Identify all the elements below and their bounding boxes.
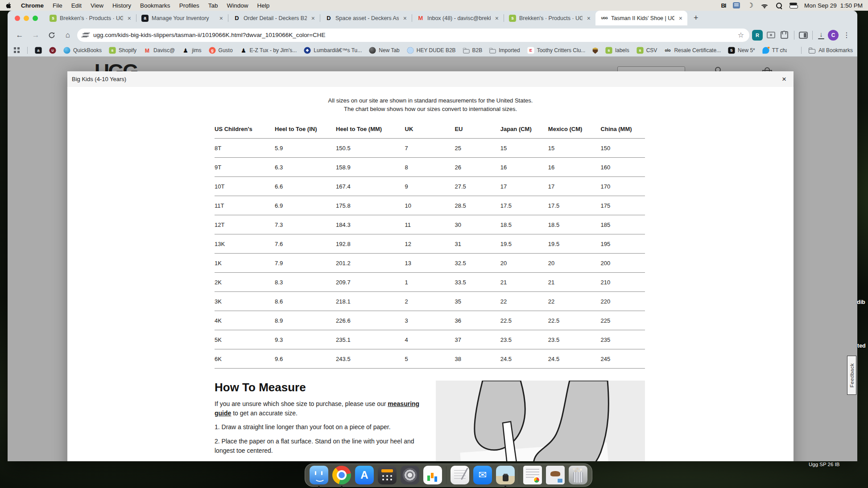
chrome-icon[interactable] — [332, 466, 351, 484]
bookmark-item[interactable]: Resale Certificate... — [664, 47, 721, 54]
menu-item-view[interactable]: View — [86, 2, 108, 9]
tab-close-icon[interactable]: × — [586, 15, 592, 22]
trash-icon[interactable] — [569, 466, 587, 484]
tab[interactable]: Inbox (48) - davisc@brekken× — [412, 11, 504, 25]
textedit-icon[interactable] — [451, 466, 469, 484]
menu-item-window[interactable]: Window — [222, 2, 252, 9]
back-button[interactable]: ← — [13, 29, 26, 42]
apps-grid-icon[interactable] — [14, 47, 20, 53]
extension-r-icon[interactable]: R — [752, 30, 763, 41]
bookmark-item[interactable]: Toothy Critters Clu... — [527, 47, 586, 54]
profile-avatar[interactable]: C — [828, 30, 839, 41]
numbers-icon[interactable] — [423, 466, 442, 484]
menu-item-tab[interactable]: Tab — [204, 2, 223, 9]
bookmark-item[interactable]: TT chat — [762, 47, 787, 54]
appstore-icon[interactable] — [355, 466, 374, 484]
settings-icon[interactable] — [401, 466, 419, 484]
bookmark-item[interactable]: Lumbardiâ€™s Tu... — [304, 47, 362, 54]
tab-close-icon[interactable]: × — [218, 15, 224, 22]
table-cell: 192.8 — [336, 234, 405, 254]
tab[interactable]: Manage Your Inventory× — [136, 11, 228, 25]
menu-item-help[interactable]: Help — [252, 2, 274, 9]
tab-close-icon[interactable]: × — [126, 15, 132, 22]
new-tab-button[interactable]: + — [687, 12, 705, 24]
bookmark-item[interactable]: B2B — [463, 47, 483, 53]
table-cell: 15 — [500, 139, 548, 158]
bookmark-label: CSV — [646, 47, 657, 53]
minimized-photo-icon[interactable] — [546, 466, 565, 484]
home-button[interactable]: ⌂ — [61, 29, 74, 42]
tab-close-icon[interactable]: × — [402, 15, 408, 22]
spotlight-search-icon[interactable] — [776, 2, 782, 9]
all-bookmarks-button[interactable]: All Bookmarks — [809, 47, 853, 53]
reload-button[interactable] — [45, 29, 58, 42]
preview-icon[interactable] — [496, 466, 515, 484]
menu-item-chrome[interactable]: Chrome — [17, 2, 48, 9]
bookmark-item[interactable]: New Tab — [369, 47, 399, 54]
tab-close-icon[interactable]: × — [310, 15, 316, 22]
menu-clock[interactable]: Mon Sep 29 1:50 PM — [804, 2, 863, 9]
minimize-window-button[interactable] — [24, 16, 29, 21]
tab[interactable]: Brekken's · Products · UGG®× — [504, 11, 595, 25]
bookmark-item[interactable] — [592, 47, 598, 54]
bookmark-item[interactable]: Imported — [489, 47, 520, 53]
bookmark-item[interactable]: HEY DUDE B2B — [407, 47, 456, 54]
chrome-menu-icon[interactable]: ⋮ — [841, 31, 852, 39]
table-cell: 1 — [405, 273, 455, 292]
tab[interactable]: Space asset - Deckers Asset× — [320, 11, 412, 25]
table-cell: 170 — [601, 177, 645, 196]
table-cell: 184.3 — [336, 215, 405, 234]
menu-item-profiles[interactable]: Profiles — [175, 2, 204, 9]
bookmark-item[interactable]: Shopify — [109, 47, 136, 54]
url-text[interactable]: ugg.com/kids-big-kids-slippers/tasman-ii… — [93, 32, 733, 38]
finder-icon[interactable] — [310, 466, 328, 484]
omnibox[interactable]: ugg.com/kids-big-kids-slippers/tasman-ii… — [77, 29, 749, 42]
extension-camera-icon[interactable] — [765, 30, 776, 41]
sidebar-icon[interactable] — [799, 32, 808, 39]
tab[interactable]: Brekken's · Products · UGG®× — [44, 11, 136, 25]
bookmark-item[interactable] — [35, 47, 42, 54]
zoom-window-button[interactable] — [33, 16, 38, 21]
focus-moon-icon[interactable]: ☽ — [747, 1, 753, 9]
menu-item-file[interactable]: File — [48, 2, 67, 9]
tab-active[interactable]: Tasman II Kids' Shoe | UGG× — [595, 11, 687, 25]
gmail-icon — [417, 15, 424, 22]
bookmark-item[interactable] — [49, 47, 56, 54]
minimized-sheet-icon[interactable] — [523, 466, 542, 484]
bookmark-star-icon[interactable]: ☆ — [738, 31, 744, 39]
mail-icon[interactable] — [473, 466, 492, 484]
control-center-icon[interactable] — [789, 3, 797, 8]
close-window-button[interactable] — [15, 16, 20, 21]
bartender-icon[interactable]: BI — [721, 1, 726, 9]
shopify-icon — [606, 47, 612, 53]
bookmark-item[interactable]: E-Z Tux - by Jim's... — [240, 47, 297, 54]
menu-item-history[interactable]: History — [108, 2, 136, 9]
calendar-app-icon[interactable] — [733, 1, 740, 9]
bookmark-item[interactable]: New 5* — [728, 47, 755, 54]
amazon-icon — [35, 47, 41, 53]
bookmark-item[interactable]: QuickBooks — [63, 47, 102, 54]
tab-close-icon[interactable]: × — [678, 15, 684, 22]
apple-menu-icon[interactable] — [5, 2, 11, 9]
tab[interactable]: Order Detail - Deckers B2B O× — [228, 11, 320, 25]
menu-item-bookmarks[interactable]: Bookmarks — [136, 2, 175, 9]
wifi-icon[interactable] — [761, 3, 769, 8]
tab-close-icon[interactable]: × — [494, 15, 500, 22]
modal-close-icon[interactable]: × — [782, 75, 786, 84]
extensions-puzzle-icon[interactable] — [779, 30, 789, 41]
bookmark-item[interactable]: CSV — [637, 47, 657, 54]
table-cell: 26 — [455, 158, 500, 177]
bookmark-item[interactable]: labels — [605, 47, 629, 54]
calculator-icon[interactable] — [378, 466, 397, 484]
feedback-tab-button[interactable]: Feedback — [847, 356, 856, 395]
measure-intro-suffix: to get an accurate size. — [231, 410, 298, 417]
bookmark-item[interactable]: jims — [182, 47, 201, 54]
forward-button[interactable]: → — [29, 29, 42, 42]
table-cell: 9.6 — [275, 349, 336, 369]
bookmark-item[interactable]: Davisc@ — [144, 47, 175, 54]
menu-item-edit[interactable]: Edit — [67, 2, 86, 9]
bookmark-item[interactable]: Gusto — [209, 47, 233, 54]
table-row: 5K9.3235.143723.523.5235 — [215, 330, 645, 349]
site-settings-tune-icon[interactable] — [83, 33, 89, 38]
downloads-icon[interactable]: ↓ — [817, 31, 825, 39]
